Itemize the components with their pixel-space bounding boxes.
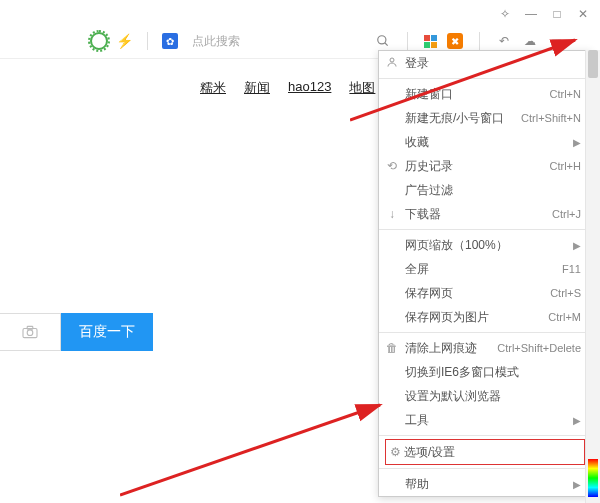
- color-indicator: [588, 459, 598, 497]
- annotation-arrow-bottom: [120, 400, 390, 500]
- menu-set-default[interactable]: 设置为默认浏览器: [379, 384, 591, 408]
- menu-save-page[interactable]: 保存网页Ctrl+S: [379, 281, 591, 305]
- menu-separator: [379, 435, 591, 436]
- menu-item-label: 收藏: [405, 134, 429, 151]
- menu-adblock[interactable]: 广告过滤: [379, 178, 591, 202]
- menu-shortcut: Ctrl+Shift+N: [521, 112, 581, 124]
- menu-tools[interactable]: 工具▶: [379, 408, 591, 432]
- menu-shortcut: Ctrl+N: [550, 88, 581, 100]
- apps-grid-icon[interactable]: [424, 35, 437, 48]
- baidu-search-button[interactable]: 百度一下: [61, 313, 153, 351]
- menu-item-label: 登录: [405, 55, 429, 72]
- menu-item-label: 保存网页为图片: [405, 309, 489, 326]
- close-button[interactable]: ✕: [576, 7, 590, 21]
- history-icon: ⟲: [385, 159, 399, 173]
- scrollbar-thumb[interactable]: [588, 50, 598, 78]
- menu-favorites[interactable]: 收藏▶: [379, 130, 591, 154]
- divider: [147, 32, 148, 50]
- menu-login[interactable]: 登录: [379, 51, 591, 75]
- menu-separator: [379, 78, 591, 79]
- menu-help[interactable]: 帮助▶: [379, 472, 591, 496]
- svg-point-5: [390, 58, 394, 62]
- menu-item-label: 新建无痕/小号窗口: [405, 110, 504, 127]
- svg-rect-4: [27, 326, 33, 329]
- divider: [479, 32, 480, 50]
- main-menu-button[interactable]: [574, 33, 590, 49]
- gear-icon: ⚙: [388, 445, 402, 459]
- download-icon: ↓: [385, 207, 399, 221]
- nav-link-news[interactable]: 新闻: [244, 79, 270, 97]
- bolt-icon[interactable]: ⚡: [116, 33, 133, 49]
- tools-icon[interactable]: ✖: [447, 33, 463, 49]
- menu-separator: [379, 229, 591, 230]
- trash-icon: 🗑: [385, 341, 399, 355]
- menu-item-label: 选项/设置: [404, 444, 455, 461]
- minimize-button[interactable]: —: [524, 7, 538, 21]
- menu-shortcut: Ctrl+M: [548, 311, 581, 323]
- menu-item-label: 全屏: [405, 261, 429, 278]
- search-area: 百度一下: [0, 313, 153, 351]
- menu-item-label: 下载器: [405, 206, 441, 223]
- device-icon[interactable]: ▭: [548, 33, 564, 49]
- nav-link-hao123[interactable]: hao123: [288, 79, 331, 97]
- chevron-right-icon: ▶: [573, 479, 581, 490]
- camera-search-icon[interactable]: [0, 313, 61, 351]
- chevron-right-icon: ▶: [573, 415, 581, 426]
- menu-clear-history[interactable]: 🗑清除上网痕迹Ctrl+Shift+Delete: [379, 336, 591, 360]
- nav-link-map[interactable]: 地图: [349, 79, 375, 97]
- menu-item-label: 网页缩放（100%）: [405, 237, 508, 254]
- search-icon[interactable]: [375, 33, 391, 49]
- cloud-icon[interactable]: ☁: [522, 33, 538, 49]
- menu-downloads[interactable]: ↓下载器Ctrl+J: [379, 202, 591, 226]
- menu-item-label: 历史记录: [405, 158, 453, 175]
- svg-line-7: [120, 405, 380, 495]
- menu-item-label: 清除上网痕迹: [405, 340, 477, 357]
- menu-zoom[interactable]: 网页缩放（100%）▶: [379, 233, 591, 257]
- menu-item-label: 帮助: [405, 476, 429, 493]
- menu-shortcut: Ctrl+H: [550, 160, 581, 172]
- svg-line-1: [385, 43, 388, 46]
- menu-shortcut: Ctrl+J: [552, 208, 581, 220]
- extension-icon[interactable]: [90, 32, 108, 50]
- maximize-button[interactable]: □: [550, 7, 564, 21]
- chevron-right-icon: ▶: [573, 240, 581, 251]
- menu-history[interactable]: ⟲历史记录Ctrl+H: [379, 154, 591, 178]
- menu-new-window[interactable]: 新建窗口Ctrl+N: [379, 82, 591, 106]
- address-search-input[interactable]: 点此搜索: [192, 33, 240, 50]
- menu-separator: [379, 332, 591, 333]
- menu-item-label: 工具: [405, 412, 429, 429]
- menu-item-label: 新建窗口: [405, 86, 453, 103]
- svg-point-3: [27, 330, 33, 336]
- menu-fullscreen[interactable]: 全屏F11: [379, 257, 591, 281]
- menu-options-settings[interactable]: ⚙选项/设置: [385, 439, 585, 465]
- menu-shortcut: Ctrl+Shift+Delete: [497, 342, 581, 354]
- vertical-scrollbar[interactable]: [585, 50, 600, 503]
- menu-item-label: 切换到IE6多窗口模式: [405, 364, 519, 381]
- window-titlebar: ✧ — □ ✕: [0, 0, 600, 24]
- menu-item-label: 保存网页: [405, 285, 453, 302]
- chevron-right-icon: ▶: [573, 137, 581, 148]
- divider: [407, 32, 408, 50]
- user-icon: [385, 56, 399, 71]
- menu-item-label: 设置为默认浏览器: [405, 388, 501, 405]
- svg-point-0: [378, 36, 386, 44]
- menu-separator: [379, 468, 591, 469]
- nav-link-nuomi[interactable]: 糯米: [200, 79, 226, 97]
- menu-save-as-image[interactable]: 保存网页为图片Ctrl+M: [379, 305, 591, 329]
- menu-ie6-mode[interactable]: 切换到IE6多窗口模式: [379, 360, 591, 384]
- menu-shortcut: F11: [562, 263, 581, 275]
- undo-icon[interactable]: ↶: [496, 33, 512, 49]
- sparkle-icon[interactable]: ✧: [498, 7, 512, 21]
- baidu-favicon: ✿: [162, 33, 178, 49]
- main-menu-dropdown: 登录 新建窗口Ctrl+N 新建无痕/小号窗口Ctrl+Shift+N 收藏▶ …: [378, 50, 592, 497]
- menu-new-incognito[interactable]: 新建无痕/小号窗口Ctrl+Shift+N: [379, 106, 591, 130]
- menu-shortcut: Ctrl+S: [550, 287, 581, 299]
- menu-item-label: 广告过滤: [405, 182, 453, 199]
